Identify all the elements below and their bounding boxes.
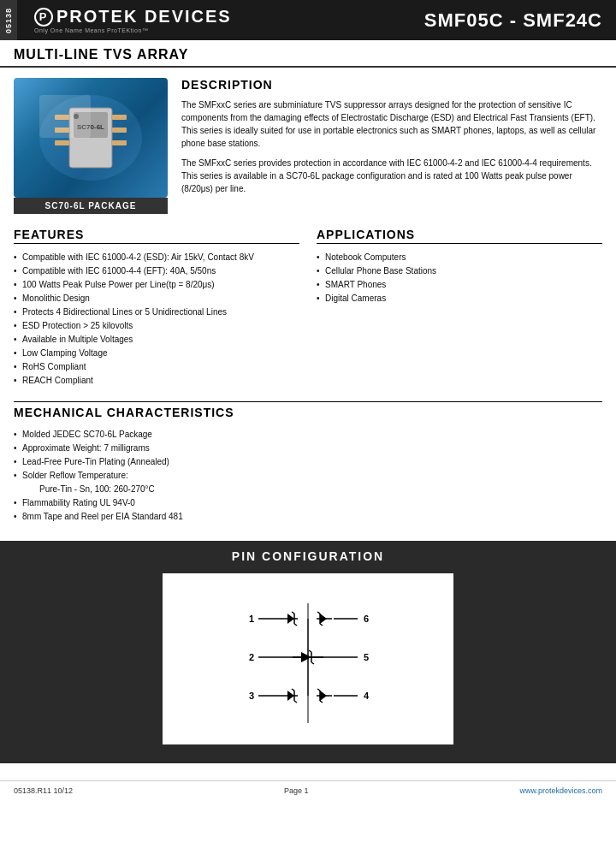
list-item: Compatible with IEC 61000-4-2 (ESD): Air… [14,251,299,264]
page-title-bar: MULTI-LINE TVS ARRAY [0,40,616,68]
svg-line-29 [320,624,323,626]
list-item: Available in Multiple Voltages [14,333,299,347]
list-item: Notebook Computers [317,251,602,264]
footer-website: www.protekdevices.com [519,786,602,795]
list-item: SMART Phones [317,278,602,292]
list-item: Low Clamping Voltage [14,347,299,360]
list-item: Compatible with IEC 61000-4-4 (EFT): 40A… [14,264,299,278]
chip-image-block: SC70-6L SC70-6L PACKAGE [14,78,168,214]
description-text-block: DESCRIPTION The SMFxxC series are submin… [181,78,602,214]
svg-text:6: 6 [364,614,369,624]
doc-number: 05138 [0,0,17,40]
svg-line-42 [294,701,297,703]
chip-package-label: SC70-6L PACKAGE [14,198,168,214]
svg-text:5: 5 [364,652,369,662]
list-item: Lead-Free Pure-Tin Plating (Annealed) [14,455,602,469]
page-footer: 05138.R11 10/12 Page 1 www.protekdevices… [0,780,616,800]
logo-tagline: Only One Name Means ProTEKtion™ [34,27,148,33]
applications-column: APPLICATIONS Notebook Computers Cellular… [317,228,602,388]
list-item: Protects 4 Bidirectional Lines or 5 Unid… [14,305,299,319]
svg-line-23 [292,612,294,614]
list-item: Approximate Weight: 7 milligrams [14,442,602,455]
brand-logo: P PROTEK DEVICES Only One Name Means Pro… [34,7,232,33]
svg-marker-21 [287,614,294,624]
svg-line-24 [294,624,297,626]
svg-text:1: 1 [249,614,254,624]
features-list: Compatible with IEC 61000-4-2 (ESD): Air… [14,251,299,388]
svg-line-35 [311,662,314,664]
svg-marker-44 [320,691,327,701]
svg-rect-8 [112,128,127,133]
pin-config-heading: PIN CONFIGURATION [0,549,616,563]
description-para-1: The SMFxxC series are subminiature TVS s… [181,98,602,150]
chip-svg: SC70-6L [22,86,159,189]
list-item: Solder Reflow Temperature:Pure-Tin - Sn,… [14,469,602,496]
mechanical-heading: MECHANICAL CHARACTERISTICS [14,406,602,421]
pin-diagram-area: 1 2 3 6 5 4 [163,573,453,744]
list-item: Cellular Phone Base Stations [317,264,602,278]
footer-doc-number: 05138.R11 10/12 [14,786,73,795]
svg-text:2: 2 [249,652,254,662]
list-item: Monolithic Design [14,292,299,305]
pin-config-section: PIN CONFIGURATION 1 2 3 6 5 4 [0,541,616,763]
list-item: 100 Watts Peak Pulse Power per Line(tp =… [14,278,299,292]
logo-text: P PROTEK DEVICES [34,7,232,27]
features-applications-row: FEATURES Compatible with IEC 61000-4-2 (… [14,228,602,388]
features-heading: FEATURES [14,228,299,244]
footer-page: Page 1 [284,786,309,795]
part-number-header: SMF05C - SMF24C [424,9,602,32]
svg-marker-39 [287,691,294,701]
svg-line-34 [309,650,311,652]
svg-line-47 [320,701,323,703]
svg-rect-7 [112,115,127,120]
list-item: RoHS Compliant [14,360,299,374]
list-item: REACH Compliant [14,374,299,388]
page-header: 05138 P PROTEK DEVICES Only One Name Mea… [0,0,616,40]
svg-text:4: 4 [364,691,370,701]
svg-rect-6 [55,140,69,145]
pin-diagram-svg: 1 2 3 6 5 4 [240,586,376,732]
features-column: FEATURES Compatible with IEC 61000-4-2 (… [14,228,299,388]
svg-rect-5 [55,128,69,133]
svg-rect-9 [112,140,127,145]
list-item: 8mm Tape and Reel per EIA Standard 481 [14,510,602,524]
list-item: Molded JEDEC SC70-6L Package [14,428,602,442]
page-title: MULTI-LINE TVS ARRAY [14,47,602,62]
description-heading: DESCRIPTION [181,78,602,92]
svg-rect-4 [55,115,69,120]
mechanical-list: Molded JEDEC SC70-6L Package Approximate… [14,428,602,524]
description-section: SC70-6L SC70-6L PACKAGE DESCRIPTION The … [14,78,602,214]
svg-line-41 [292,689,294,691]
logo-area: P PROTEK DEVICES Only One Name Means Pro… [14,7,232,33]
svg-text:3: 3 [249,691,254,701]
logo-p-icon: P [34,8,53,27]
applications-list: Notebook Computers Cellular Phone Base S… [317,251,602,305]
main-content: SC70-6L SC70-6L PACKAGE DESCRIPTION The … [0,78,616,524]
svg-marker-26 [320,614,327,624]
svg-point-10 [74,114,79,119]
mechanical-section: MECHANICAL CHARACTERISTICS Molded JEDEC … [14,401,602,524]
svg-text:SC70-6L: SC70-6L [77,123,104,131]
svg-line-46 [317,689,320,691]
list-item: Digital Cameras [317,292,602,305]
logo-brand: PROTEK DEVICES [56,7,232,27]
svg-line-28 [317,612,320,614]
list-item: Flammability Rating UL 94V-0 [14,496,602,510]
chip-photo: SC70-6L [14,78,168,198]
svg-marker-32 [301,652,311,662]
list-item: ESD Protection > 25 kilovolts [14,319,299,333]
description-para-2: The SMFxxC series provides protection in… [181,157,602,195]
applications-heading: APPLICATIONS [317,228,602,244]
